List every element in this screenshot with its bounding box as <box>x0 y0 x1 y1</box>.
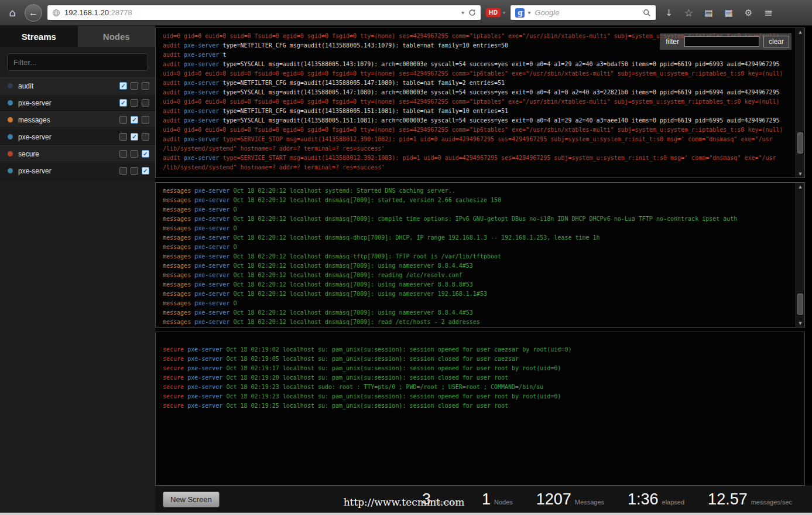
new-screen-button[interactable]: New Screen <box>163 492 220 507</box>
scroll-track[interactable] <box>796 190 804 319</box>
back-button[interactable]: ← <box>25 4 42 22</box>
screen1-checkbox[interactable] <box>119 116 127 124</box>
stream-tag: audit <box>163 136 180 142</box>
stream-tag: messages <box>163 206 191 213</box>
url-port: :28778 <box>109 8 132 17</box>
sidebar-item-pxe-server[interactable]: pxe-server✓ <box>0 94 155 111</box>
stat-value: 1207 <box>536 490 571 509</box>
reload-icon[interactable] <box>468 9 476 16</box>
settings-gear-button[interactable]: ⚙ <box>741 5 756 21</box>
scroll-up-icon[interactable]: ▲ <box>796 28 804 36</box>
log-screen-1: uid=0 gid=0 euid=0 suid=0 fsuid=0 egid=0… <box>155 28 805 178</box>
log-message: O <box>233 206 237 213</box>
scroll-track[interactable] <box>796 36 804 170</box>
search-bar[interactable]: g ▾ <box>510 5 656 21</box>
sidebar-item-pxe-server[interactable]: pxe-server✓ <box>0 162 155 179</box>
log-line: secure pxe-server Oct 18 02:19:23 localh… <box>163 383 796 392</box>
bookmarks-sidebar-button[interactable]: ▤ <box>701 5 716 21</box>
search-engine-dropdown-icon[interactable]: ▾ <box>527 9 530 16</box>
grid-icon: ▦ <box>724 8 732 18</box>
log-message: Oct 18 02:19:17 localhost su: pam_unix(s… <box>226 365 561 371</box>
sidebar-item-messages[interactable]: messages✓ <box>0 111 155 128</box>
scrollbar-screen-2[interactable]: ▲ ▼ <box>796 183 804 327</box>
downloads-button[interactable]: ↓ <box>661 5 676 21</box>
sidebar-filter-input[interactable] <box>7 53 148 71</box>
clear-filter-button[interactable]: clear <box>763 36 789 47</box>
screen1-checkbox[interactable]: ✓ <box>119 82 127 90</box>
stream-tag: secure <box>163 393 184 400</box>
log-message: Oct 18 02:20:12 localhost dnsmasq-tftp[7… <box>233 253 501 260</box>
log-message: Oct 18 02:19:02 localhost su: pam_unix(s… <box>226 346 571 353</box>
screen1-checkbox[interactable] <box>119 150 127 158</box>
node-tag: pxe-server <box>194 206 229 213</box>
screen3-checkbox[interactable] <box>142 82 149 90</box>
log-line: audit pxe-server type=SYSCALL msg=audit(… <box>163 60 796 69</box>
node-tag: pxe-server <box>187 346 222 353</box>
watermark: http://www.tecmint.com <box>344 496 465 508</box>
addon-hd-button[interactable]: HD ▾ <box>486 8 505 17</box>
tab-streams[interactable]: Streams <box>0 26 78 47</box>
screen2-checkbox[interactable] <box>131 99 138 107</box>
log-line: uid=0 gid=0 euid=0 suid=0 fsuid=0 egid=0… <box>163 69 796 79</box>
stream-color-dot <box>8 134 13 139</box>
stream-tag: audit <box>163 89 180 96</box>
stat-messages: 1207Messages <box>536 490 604 509</box>
scrollbar-screen-1[interactable]: ▲ ▼ <box>796 28 804 178</box>
log-message: Oct 18 02:20:12 localhost dnsmasq[7009]:… <box>233 197 501 203</box>
scroll-up-icon[interactable]: ▲ <box>796 183 804 190</box>
screen1-checkbox[interactable] <box>119 133 127 141</box>
home-icon: ⌂ <box>9 6 15 19</box>
screen3-checkbox[interactable]: ✓ <box>142 167 149 175</box>
log-message: uid=0 gid=0 euid=0 suid=0 fsuid=0 egid=0… <box>163 98 780 105</box>
sidebar-item-secure[interactable]: secure✓ <box>0 145 155 162</box>
log-message: type=NETFILTER_CFG msg=audit(1413588005.… <box>222 42 508 49</box>
scroll-down-icon[interactable]: ▼ <box>796 319 804 327</box>
log-line: messages pxe-server Oct 18 02:20:12 loca… <box>163 289 796 299</box>
bookmark-star-button[interactable]: ☆ <box>681 5 696 21</box>
log-io-app: Streams Nodes audit✓pxe-server✓messages✓… <box>0 26 812 513</box>
stream-tag: messages <box>163 309 191 316</box>
stat-nodes: 1Nodes <box>482 490 513 509</box>
status-bar: New Screen 3Streams 1Nodes 1207Messages … <box>155 486 812 513</box>
screen-filter-input[interactable] <box>684 36 759 47</box>
screen2-checkbox[interactable] <box>131 82 138 90</box>
url-bar[interactable]: 192.168.1.20:28778 ▾ <box>47 5 481 21</box>
node-tag: pxe-server <box>194 244 229 250</box>
tab-nodes[interactable]: Nodes <box>78 26 156 47</box>
log-message: type=NETFILTER_CFG msg=audit(1413588005.… <box>222 80 505 86</box>
log-message: t <box>222 52 226 58</box>
stream-tag: messages <box>163 281 191 288</box>
home-button[interactable]: ⌂ <box>5 5 20 21</box>
node-tag: pxe-server <box>194 225 229 231</box>
stream-label: audit <box>18 82 33 90</box>
screen3-checkbox[interactable] <box>142 133 149 141</box>
url-history-dropdown-icon[interactable]: ▾ <box>461 9 464 16</box>
log-message: type=SERVICE_STOP msg=audit(1413588012.3… <box>222 136 772 142</box>
screen1-checkbox[interactable]: ✓ <box>119 99 127 107</box>
scroll-thumb[interactable] <box>797 294 803 315</box>
scroll-thumb[interactable] <box>797 132 803 154</box>
screen2-checkbox[interactable]: ✓ <box>131 116 138 124</box>
log-message: Oct 18 02:20:12 localhost systemd: Start… <box>233 187 455 194</box>
scroll-down-icon[interactable]: ▼ <box>796 170 804 178</box>
filter-label: filter <box>662 37 684 46</box>
sidebar-item-audit[interactable]: audit✓ <box>0 77 155 94</box>
screen3-checkbox[interactable] <box>142 116 149 124</box>
menu-hamburger-button[interactable]: ≡ <box>760 5 776 21</box>
log-line: uid=0 gid=0 euid=0 suid=0 fsuid=0 egid=0… <box>163 125 796 135</box>
screen1-checkbox[interactable] <box>119 167 127 175</box>
stream-tag: secure <box>163 374 184 381</box>
screen3-checkbox[interactable]: ✓ <box>142 150 149 158</box>
stats: 3Streams 1Nodes 1207Messages 1:36elapsed… <box>422 490 812 509</box>
screen2-checkbox[interactable] <box>131 150 138 158</box>
sidebar-item-pxe-server[interactable]: pxe-server✓ <box>0 128 155 145</box>
screen3-checkbox[interactable] <box>142 99 149 107</box>
search-input[interactable] <box>534 8 640 18</box>
url-host: 192.168.1.20 <box>64 8 109 17</box>
apps-grid-button[interactable]: ▦ <box>721 5 736 21</box>
screen2-checkbox[interactable] <box>131 167 138 175</box>
log-line: secure pxe-server Oct 18 02:19:05 localh… <box>163 354 796 364</box>
browser-toolbar: ⌂ ← 192.168.1.20:28778 ▾ HD ▾ g ▾ ↓ ☆ ▤ … <box>0 0 812 26</box>
search-icon[interactable] <box>643 9 651 17</box>
screen2-checkbox[interactable]: ✓ <box>131 133 138 141</box>
